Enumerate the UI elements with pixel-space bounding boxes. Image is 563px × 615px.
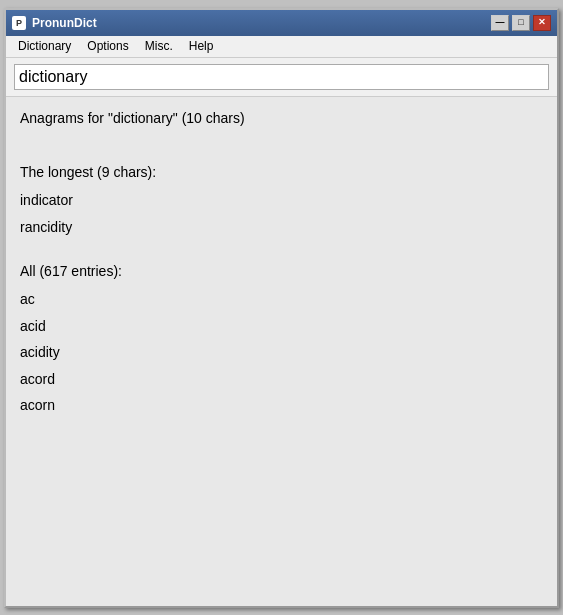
list-item: rancidity xyxy=(20,214,543,240)
window-title: PronunDict xyxy=(32,16,97,30)
list-item: acidity xyxy=(20,339,543,365)
list-item: acorn xyxy=(20,392,543,418)
app-window: P PronunDict — □ ✕ Dictionary Options Mi… xyxy=(4,8,559,608)
results-heading: Anagrams for "dictionary" (10 chars) xyxy=(20,107,543,129)
minimize-button[interactable]: — xyxy=(491,15,509,31)
maximize-button[interactable]: □ xyxy=(512,15,530,31)
close-button[interactable]: ✕ xyxy=(533,15,551,31)
search-bar xyxy=(6,58,557,97)
search-input[interactable] xyxy=(14,64,549,90)
results-panel[interactable]: Anagrams for "dictionary" (10 chars) The… xyxy=(6,97,557,606)
app-icon: P xyxy=(12,16,26,30)
all-heading: All (617 entries): xyxy=(20,260,543,282)
menu-help[interactable]: Help xyxy=(181,37,222,55)
content-area: Anagrams for "dictionary" (10 chars) The… xyxy=(6,97,557,606)
menu-dictionary[interactable]: Dictionary xyxy=(10,37,79,55)
menu-bar: Dictionary Options Misc. Help xyxy=(6,36,557,58)
title-bar-controls: — □ ✕ xyxy=(491,15,551,31)
list-item: indicator xyxy=(20,187,543,213)
list-item: ac xyxy=(20,286,543,312)
menu-misc[interactable]: Misc. xyxy=(137,37,181,55)
title-bar: P PronunDict — □ ✕ xyxy=(6,10,557,36)
list-item: acid xyxy=(20,313,543,339)
list-item: acord xyxy=(20,366,543,392)
menu-options[interactable]: Options xyxy=(79,37,136,55)
title-bar-left: P PronunDict xyxy=(12,16,97,30)
longest-heading: The longest (9 chars): xyxy=(20,161,543,183)
